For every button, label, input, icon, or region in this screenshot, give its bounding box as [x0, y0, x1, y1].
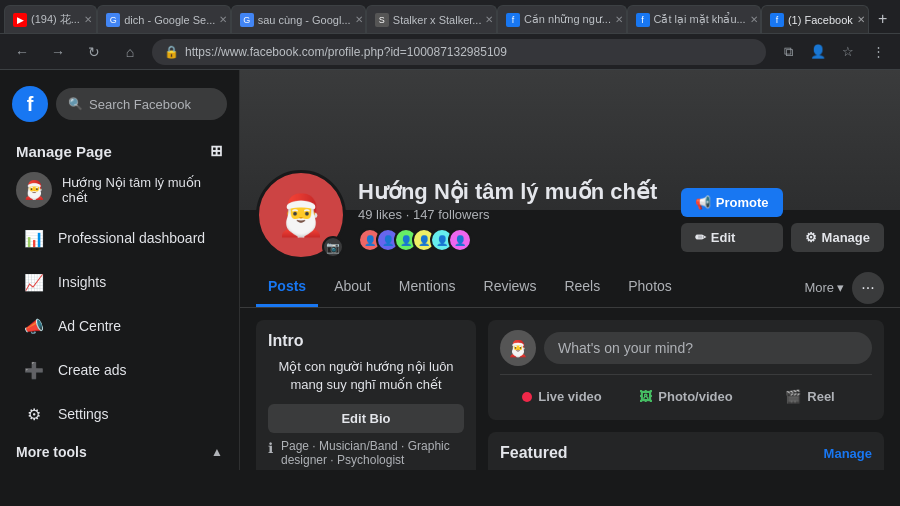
profile-info: Hướng Nội tâm lý muốn chết 49 likes · 14… [358, 179, 669, 260]
page-body: f 🔍 Search Facebook Manage Page ⊞ 🎅 Hướn… [0, 70, 900, 470]
follower-avatar-6: 👤 [448, 228, 472, 252]
new-tab-button[interactable]: + [869, 5, 896, 33]
bookmark-icon[interactable]: ☆ [834, 38, 862, 66]
tab-fb2[interactable]: f Cắt lại mặt khẩu... ✕ [627, 5, 761, 33]
sidebar-header: f 🔍 Search Facebook [0, 78, 239, 130]
insights-label: Insights [58, 274, 106, 290]
post-actions: Live video 🖼 Photo/video 🎬 Reel [500, 374, 872, 410]
tab-posts[interactable]: Posts [256, 268, 318, 307]
tab-close-icon[interactable]: ✕ [615, 14, 623, 25]
tab-photos[interactable]: Photos [616, 268, 684, 307]
post-input[interactable]: What's on your mind? [544, 332, 872, 364]
chevron-down-icon: ▾ [837, 280, 844, 295]
sidebar-item-professional-dashboard[interactable]: 📊 Professional dashboard [4, 216, 235, 260]
settings-label: Settings [58, 406, 109, 422]
tab-label: Stalker x Stalker... [393, 14, 482, 26]
tab-mentions[interactable]: Mentions [387, 268, 468, 307]
tab-close-icon[interactable]: ✕ [219, 14, 227, 25]
profile-icon[interactable]: 👤 [804, 38, 832, 66]
fb-favicon2: f [636, 13, 650, 27]
tab-close-icon[interactable]: ✕ [750, 14, 758, 25]
reel-icon: 🎬 [785, 389, 801, 404]
profile-name: Hướng Nội tâm lý muốn chết [358, 179, 669, 205]
settings-icon: ⚙ [20, 400, 48, 428]
tab-google2[interactable]: G sau cùng - Googl... ✕ [231, 5, 366, 33]
content-area: Intro Một con người hướng nội luôn mang … [240, 308, 900, 470]
sidebar-item-ad-centre[interactable]: 📣 Ad Centre [4, 304, 235, 348]
tab-reviews[interactable]: Reviews [472, 268, 549, 307]
intro-category: ℹ Page · Musician/Band · Graphic designe… [268, 439, 464, 467]
tab-close-active-icon[interactable]: ✕ [857, 14, 865, 25]
ad-centre-icon: 📣 [20, 312, 48, 340]
intro-column: Intro Một con người hướng nội luôn mang … [256, 320, 476, 470]
tab-youtube[interactable]: ▶ (194) 花... ✕ [4, 5, 97, 33]
tab-close-icon[interactable]: ✕ [84, 14, 92, 25]
youtube-favicon: ▶ [13, 13, 27, 27]
url-bar[interactable]: 🔒 https://www.facebook.com/profile.php?i… [152, 39, 766, 65]
page-tabs: Posts About Mentions Reviews Reels Photo… [240, 268, 900, 308]
dashboard-label: Professional dashboard [58, 230, 205, 246]
live-video-button[interactable]: Live video [500, 383, 624, 410]
tab-about[interactable]: About [322, 268, 383, 307]
home-button[interactable]: ⌂ [116, 38, 144, 66]
camera-button[interactable]: 📷 [322, 236, 344, 258]
google-favicon2: G [240, 13, 254, 27]
browser-tabs: ▶ (194) 花... ✕ G dich - Google Se... ✕ G… [0, 0, 900, 34]
menu-icon[interactable]: ⋮ [864, 38, 892, 66]
create-ads-icon: ➕ [20, 356, 48, 384]
post-box-inner: 🎅 What's on your mind? [500, 330, 872, 366]
post-box: 🎅 What's on your mind? Live video 🖼 Phot… [488, 320, 884, 420]
sidebar-item-create-ads[interactable]: ➕ Create ads [4, 348, 235, 392]
create-ads-label: Create ads [58, 362, 126, 378]
search-icon: 🔍 [68, 97, 83, 111]
toolbar-icons: ⧉ 👤 ☆ ⋮ [774, 38, 892, 66]
page-item[interactable]: 🎅 Hướng Nội tâm lý muốn chết [4, 164, 235, 216]
featured-title: Featured [500, 444, 568, 462]
manage-button[interactable]: ⚙ Manage [791, 223, 884, 252]
back-button[interactable]: ← [8, 38, 36, 66]
sidebar-item-insights[interactable]: 📈 Insights [4, 260, 235, 304]
edit-icon: ✏ [695, 230, 706, 245]
forward-button[interactable]: → [44, 38, 72, 66]
search-box[interactable]: 🔍 Search Facebook [56, 88, 227, 120]
promote-btn-label: Promote [716, 195, 769, 210]
intro-bio: Một con người hướng nội luôn mang suy ng… [268, 358, 464, 394]
manage-page-header: Manage Page ⊞ [0, 130, 239, 164]
edit-button[interactable]: ✏ Edit [681, 223, 783, 252]
photo-video-button[interactable]: 🖼 Photo/video [624, 383, 748, 410]
ellipsis-button[interactable]: ··· [852, 272, 884, 304]
fb-favicon-active: f [770, 13, 784, 27]
featured-header: Featured Manage [500, 444, 872, 462]
profile-avatar-wrap: 🎅 📷 [256, 170, 346, 260]
more-tools-toggle[interactable]: ▲ [211, 445, 223, 459]
dashboard-icon: 📊 [20, 224, 48, 252]
edit-bio-button[interactable]: Edit Bio [268, 404, 464, 433]
search-placeholder: Search Facebook [89, 97, 191, 112]
tab-close-icon[interactable]: ✕ [485, 14, 493, 25]
insights-icon: 📈 [20, 268, 48, 296]
tab-google1[interactable]: G dich - Google Se... ✕ [97, 5, 230, 33]
reel-label: Reel [807, 389, 834, 404]
lock-icon: 🔒 [164, 45, 179, 59]
featured-manage-button[interactable]: Manage [824, 446, 872, 461]
tab-label: dich - Google Se... [124, 14, 215, 26]
tab-close-icon[interactable]: ✕ [355, 14, 363, 25]
reel-button[interactable]: 🎬 Reel [748, 383, 872, 410]
more-tabs-button[interactable]: More ▾ [804, 280, 844, 295]
tab-label-active: (1) Facebook [788, 14, 853, 26]
tab-fb1[interactable]: f Cần những ngư... ✕ [497, 5, 627, 33]
more-tools-title: More tools [16, 444, 87, 460]
tab-reels[interactable]: Reels [552, 268, 612, 307]
promote-icon: 📢 [695, 195, 711, 210]
tab-stalker[interactable]: S Stalker x Stalker... ✕ [366, 5, 497, 33]
category-icon: ℹ [268, 440, 273, 456]
extensions-icon[interactable]: ⧉ [774, 38, 802, 66]
sidebar-item-settings[interactable]: ⚙ Settings [4, 392, 235, 436]
stalker-favicon: S [375, 13, 389, 27]
manage-icon: ⚙ [805, 230, 817, 245]
profile-promote-button[interactable]: 📢 Promote [681, 188, 783, 217]
sidebar-item-meta-business-suite[interactable]: ⊞ Meta Business Suite 9 ↗ [4, 464, 235, 470]
tab-label: Cần những ngư... [524, 13, 611, 26]
tab-fb-active[interactable]: f (1) Facebook ✕ [761, 5, 869, 33]
refresh-button[interactable]: ↻ [80, 38, 108, 66]
